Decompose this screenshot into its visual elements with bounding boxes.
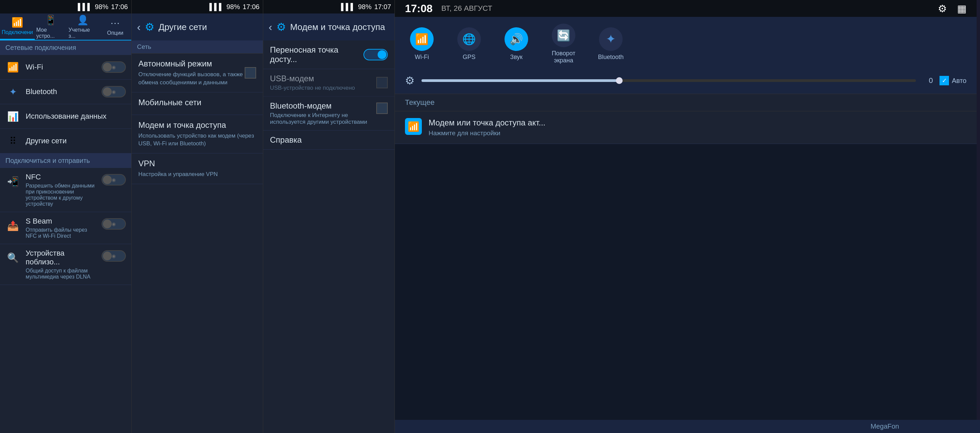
brightness-value: 0	[923, 76, 933, 85]
usb-modem-text: USB-модем USB-устройство не подключено	[270, 74, 371, 91]
gear-icon-2: ⚙	[145, 21, 154, 33]
qt-gps-label: GPS	[463, 54, 476, 61]
tether-item-help[interactable]: Справка	[263, 130, 395, 150]
nearby-label: Устройства поблизо...	[25, 249, 96, 266]
connections-icon: 📶	[11, 17, 23, 28]
notif-right-icons: ⚙ ▦	[938, 3, 967, 14]
other-networks-icon: ⠿	[5, 133, 20, 148]
qt-rotate-label: Поворот экрана	[552, 50, 575, 64]
qt-wifi[interactable]: 📶 Wi-Fi	[405, 27, 439, 61]
notif-item-hotspot[interactable]: 📶 Модем или точка доступа акт... Нажмите…	[395, 111, 977, 144]
qt-bluetooth-icon: ✦	[599, 27, 623, 51]
net-item-tethering[interactable]: Модем и точка доступа Использовать устро…	[132, 115, 263, 154]
grid-icon[interactable]: ▦	[957, 3, 967, 14]
battery-2: 98%	[226, 3, 240, 11]
other-networks-label: Другие сети	[25, 136, 126, 145]
brightness-thumb[interactable]	[616, 77, 623, 84]
tether-item-bt-modem[interactable]: Bluetooth-модем Подключение к Интернету …	[263, 97, 395, 130]
sbeam-toggle[interactable]: ◉	[102, 218, 126, 230]
wifi-label: Wi-Fi	[25, 63, 96, 71]
quick-toggles: 📶 Wi-Fi 🌐 GPS 🔊 Звук 🔄 Поворот экрана ✦ …	[395, 17, 977, 71]
usb-modem-sub: USB-устройство не подключено	[270, 85, 371, 91]
nfc-icon: 📲	[5, 174, 20, 189]
hotspot-title: Переносная точка досту...	[270, 45, 358, 64]
auto-check-icon: ✓	[940, 76, 949, 85]
bluetooth-toggle[interactable]: ◉	[102, 86, 126, 97]
panel2-title-bar: ‹ ⚙ Другие сети	[132, 13, 263, 40]
bt-toggle-off-icon: ◉	[112, 89, 116, 94]
nfc-toggle-knob	[103, 175, 112, 184]
net-item-airplane[interactable]: Автономный режим Отключение функций вызо…	[132, 54, 263, 92]
wifi-icon: 📶	[5, 60, 20, 75]
sbeam-toggle-off-icon: ◉	[112, 221, 116, 227]
tether-item-usb[interactable]: USB-модем USB-устройство не подключено	[263, 69, 395, 97]
settings-item-wifi[interactable]: 📶 Wi-Fi ◉	[0, 55, 131, 79]
panel-other-networks: ▌▌▌ 98% 17:06 ‹ ⚙ Другие сети Сеть Автон…	[132, 0, 263, 433]
tether-item-hotspot[interactable]: Переносная точка досту...	[263, 40, 395, 69]
section-connect-header: Подключиться и отправить	[0, 154, 131, 168]
nfc-label: NFC	[25, 173, 96, 181]
settings-item-bluetooth[interactable]: ✦ Bluetooth ◉	[0, 79, 131, 104]
bt-modem-checkbox[interactable]	[376, 103, 388, 114]
qt-rotate-icon: 🔄	[552, 24, 575, 47]
nearby-toggle[interactable]: ◉	[102, 250, 126, 262]
wifi-toggle[interactable]: ◉	[102, 61, 126, 73]
tab-my-device[interactable]: 📱 Мое устро...	[35, 13, 67, 40]
bt-modem-text: Bluetooth-модем Подключение к Интернету …	[270, 101, 371, 125]
tethering-label: Модем и точка доступа	[138, 121, 256, 130]
usb-modem-checkbox[interactable]	[376, 77, 388, 88]
qt-sound-icon: 🔊	[504, 27, 528, 51]
qt-gps[interactable]: 🌐 GPS	[452, 27, 486, 61]
tab-my-device-label: Мое устро...	[37, 27, 65, 39]
qt-sound[interactable]: 🔊 Звук	[500, 27, 533, 61]
panel-tethering: ▌▌▌ 98% 17:07 ‹ ⚙ Модем и точка доступа …	[263, 0, 395, 433]
time-1: 17:06	[111, 3, 128, 11]
qt-wifi-icon: 📶	[410, 27, 434, 51]
panel3-title-bar: ‹ ⚙ Модем и точка доступа	[263, 13, 395, 40]
settings-item-nearby[interactable]: 🔍 Устройства поблизо... Общий доступ к ф…	[0, 244, 131, 285]
tab-connections[interactable]: 📶 Подключени	[0, 13, 35, 40]
airplane-checkbox[interactable]	[245, 67, 256, 79]
auto-label: Авто	[951, 77, 967, 85]
notif-hotspot-content: Модем или точка доступа акт... Нажмите д…	[429, 118, 967, 137]
tab-options[interactable]: ⋯ Опции	[99, 13, 131, 40]
nfc-toggle[interactable]: ◉	[102, 174, 126, 186]
battery-3: 98%	[358, 3, 372, 11]
qt-bluetooth[interactable]: ✦ Bluetooth	[594, 27, 628, 61]
qt-rotate[interactable]: 🔄 Поворот экрана	[547, 24, 581, 64]
net-item-vpn[interactable]: VPN Настройка и управление VPN	[132, 154, 263, 184]
net-item-mobile[interactable]: Мобильные сети	[132, 92, 263, 115]
notif-hotspot-sub: Нажмите для настройки	[429, 130, 967, 137]
settings-icon[interactable]: ⚙	[938, 3, 947, 14]
auto-brightness-box[interactable]: ✓ Авто	[940, 76, 967, 85]
mobile-label: Мобильные сети	[138, 98, 256, 107]
panel3-title: Модем и точка доступа	[290, 22, 389, 32]
settings-item-data-usage[interactable]: 📊 Использование данных	[0, 104, 131, 129]
bt-modem-title: Bluetooth-модем	[270, 101, 371, 111]
back-button-3[interactable]: ‹	[269, 21, 272, 33]
nfc-text: NFC Разрешить обмен данными при прикосно…	[25, 173, 96, 207]
back-button-2[interactable]: ‹	[137, 21, 141, 33]
hotspot-toggle[interactable]	[363, 49, 388, 60]
wifi-toggle-knob	[103, 63, 112, 71]
tab-accounts[interactable]: 👤 Учетные з...	[67, 13, 99, 40]
usb-modem-title: USB-модем	[270, 74, 371, 83]
battery-1: 98%	[95, 3, 108, 11]
settings-item-sbeam[interactable]: 📤 S Beam Отправить файлы через NFC и Wi-…	[0, 212, 131, 244]
carrier-label: MegaFon	[871, 423, 899, 430]
brightness-slider[interactable]	[422, 79, 916, 82]
time-3: 17:07	[374, 3, 391, 11]
notif-hotspot-title: Модем или точка доступа акт...	[429, 118, 967, 127]
vpn-label: VPN	[138, 159, 256, 168]
nfc-toggle-off-icon: ◉	[112, 177, 116, 182]
nearby-sub: Общий доступ к файлам мультимедиа через …	[25, 268, 96, 280]
sbeam-icon: 📤	[5, 218, 20, 233]
tab-options-label: Опции	[107, 30, 123, 36]
sbeam-text: S Beam Отправить файлы через NFC и Wi-Fi…	[25, 217, 96, 239]
settings-item-other-networks[interactable]: ⠿ Другие сети	[0, 129, 131, 154]
vpn-sub: Настройка и управление VPN	[138, 170, 256, 178]
footer-bar: MegaFon	[395, 420, 980, 433]
brightness-gear-icon[interactable]: ⚙	[405, 74, 415, 87]
accounts-icon: 👤	[77, 14, 89, 25]
settings-item-nfc[interactable]: 📲 NFC Разрешить обмен данными при прикос…	[0, 168, 131, 212]
